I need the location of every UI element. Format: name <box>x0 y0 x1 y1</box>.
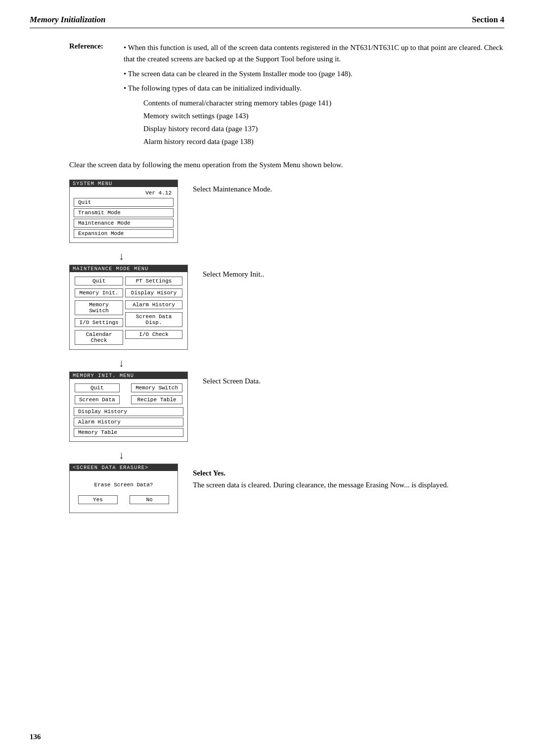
indented-item-2: Memory switch settings (page 143) <box>143 110 504 122</box>
diagram-label-3: Select Screen Data. <box>203 372 312 387</box>
diagram-label-2: Select Memory Init.. <box>203 265 312 280</box>
version-text: Ver 4.12 <box>145 190 172 196</box>
alarm-history-btn-1[interactable]: Alarm History <box>125 300 182 309</box>
screen-erase-box: <SCREEN DATA ERASURE> Erase Screen Data?… <box>69 464 178 513</box>
diagram-row-system-menu: SYSTEM MENU Ver 4.12 Quit Transmit Mode … <box>69 180 302 243</box>
quit-btn-2[interactable]: Quit <box>75 277 123 285</box>
arrow-down-3: ↓ <box>119 449 124 462</box>
maintenance-mode-btn[interactable]: Maintenance Mode <box>74 219 174 228</box>
maintenance-menu-box: MAINTENANCE MODE MENU Quit Memory Init. … <box>69 265 188 350</box>
arrow-down-1: ↓ <box>119 250 124 263</box>
page: Memory Initialization Section 4 Referenc… <box>0 0 534 756</box>
screen-erase-title: <SCREEN DATA ERASURE> <box>70 464 178 471</box>
display-history-btn[interactable]: Display History <box>74 407 183 416</box>
expansion-mode-btn[interactable]: Expansion Mode <box>74 229 174 238</box>
memory-switch-btn-1[interactable]: Memory Switch <box>75 300 123 315</box>
header-section-title: Memory Initialization <box>30 15 106 25</box>
transmit-mode-btn[interactable]: Transmit Mode <box>74 208 174 217</box>
display-hisory-btn[interactable]: Display Hisory <box>125 288 182 297</box>
recipe-table-btn[interactable]: Recipe Table <box>131 395 182 404</box>
no-btn[interactable]: No <box>130 495 169 504</box>
memory-init-row-1: Quit Screen Data Memory Switch Recipe Ta… <box>74 382 183 406</box>
system-menu-title: SYSTEM MENU <box>70 180 178 187</box>
memory-init-box: MEMORY INIT. MENU Quit Screen Data Memor… <box>69 372 188 442</box>
page-number: 136 <box>30 733 41 741</box>
indented-item-4: Alarm history record data (page 138) <box>143 136 504 147</box>
select-yes-desc: The screen data is cleared. During clear… <box>193 481 448 489</box>
diagrams-section: SYSTEM MENU Ver 4.12 Quit Transmit Mode … <box>69 180 504 518</box>
select-yes-bold: Select Yes. <box>193 469 225 477</box>
maintenance-menu-inner: Quit Memory Init. Memory Switch I/O Sett… <box>70 272 187 349</box>
memory-init-title: MEMORY INIT. MENU <box>70 372 187 379</box>
system-menu-inner: Ver 4.12 Quit Transmit Mode Maintenance … <box>70 187 178 242</box>
maintenance-btn-row-1: Quit Memory Init. Memory Switch I/O Sett… <box>74 275 183 346</box>
indented-item-1: Contents of numeral/character string mem… <box>143 97 504 109</box>
maintenance-col-left: Quit Memory Init. Memory Switch I/O Sett… <box>74 275 124 346</box>
erase-buttons-row: Yes No <box>74 494 174 510</box>
clear-text: Clear the screen data by following the m… <box>69 159 504 171</box>
reference-bullet-2: The screen data can be cleared in the Sy… <box>124 68 504 80</box>
header-section-number: Section 4 <box>472 15 504 25</box>
reference-indented-list: Contents of numeral/character string mem… <box>143 97 504 147</box>
memory-init-col-right: Memory Switch Recipe Table <box>130 382 183 406</box>
screen-erase-inner: Erase Screen Data? Yes No <box>70 471 178 513</box>
maintenance-menu-title: MAINTENANCE MODE MENU <box>70 265 187 272</box>
screen-data-btn[interactable]: Screen Data <box>75 395 120 404</box>
memory-init-col-left: Quit Screen Data <box>74 382 121 406</box>
memory-table-btn[interactable]: Memory Table <box>74 428 183 437</box>
reference-block: Reference: When this function is used, a… <box>69 42 504 149</box>
memory-init-btn[interactable]: Memory Init. <box>75 288 123 297</box>
alarm-history-btn-2[interactable]: Alarm History <box>74 418 183 426</box>
diagram-row-screen-erase: <SCREEN DATA ERASURE> Erase Screen Data?… <box>69 464 448 513</box>
quit-btn-1[interactable]: Quit <box>74 198 174 207</box>
reference-bullet-1: When this function is used, all of the s… <box>124 42 504 65</box>
pt-settings-btn[interactable]: PT Settings <box>125 277 182 285</box>
screen-data-disp-btn[interactable]: Screen Data Disp. <box>125 312 182 327</box>
maintenance-col-right: PT Settings Display Hisory Alarm History… <box>124 275 183 346</box>
memory-switch-btn-2[interactable]: Memory Switch <box>131 383 182 392</box>
erase-question: Erase Screen Data? <box>74 474 174 494</box>
page-header: Memory Initialization Section 4 <box>30 15 504 28</box>
memory-init-inner: Quit Screen Data Memory Switch Recipe Ta… <box>70 379 187 441</box>
io-settings-btn[interactable]: I/O Settings <box>75 318 123 327</box>
io-check-btn[interactable]: I/O Check <box>125 330 182 339</box>
reference-bullet-3: The following types of data can be initi… <box>124 83 504 94</box>
diagram-row-memory-init: MEMORY INIT. MENU Quit Screen Data Memor… <box>69 372 312 442</box>
diagram-row-maintenance-menu: MAINTENANCE MODE MENU Quit Memory Init. … <box>69 265 312 350</box>
yes-btn[interactable]: Yes <box>78 495 118 504</box>
diagram-label-1: Select Maintenance Mode. <box>193 180 302 195</box>
reference-text: When this function is used, all of the s… <box>124 42 504 149</box>
system-menu-box: SYSTEM MENU Ver 4.12 Quit Transmit Mode … <box>69 180 178 243</box>
calendar-check-btn[interactable]: Calendar Check <box>75 330 123 345</box>
arrow-down-2: ↓ <box>119 357 124 370</box>
indented-item-3: Display history record data (page 137) <box>143 123 504 135</box>
reference-label: Reference: <box>69 42 124 149</box>
diagram-label-4: Select Yes. The screen data is cleared. … <box>193 464 448 491</box>
version-row: Ver 4.12 <box>74 190 174 196</box>
quit-btn-3[interactable]: Quit <box>75 383 120 392</box>
